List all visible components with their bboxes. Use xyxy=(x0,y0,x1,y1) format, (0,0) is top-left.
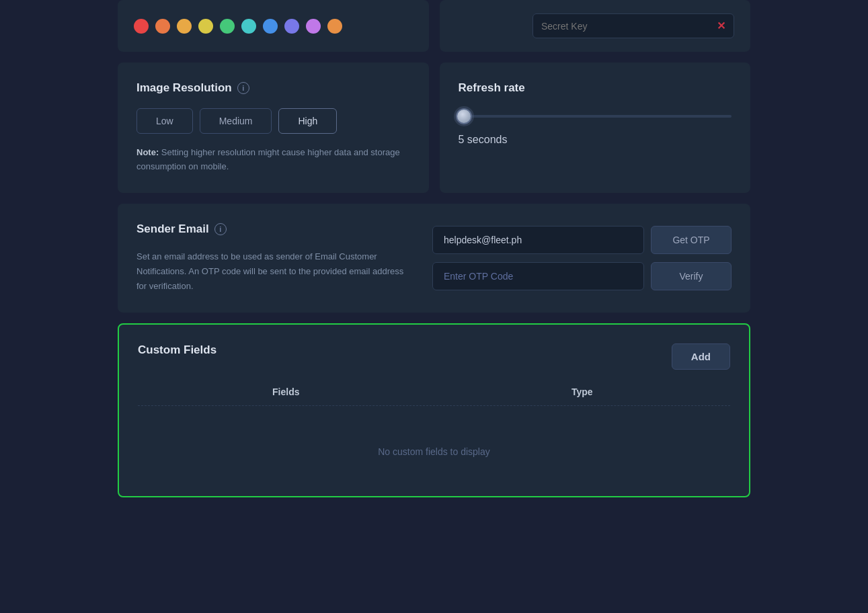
email-input-row: Get OTP xyxy=(432,226,732,254)
get-otp-button[interactable]: Get OTP xyxy=(651,226,732,254)
type-column-header: Type xyxy=(434,386,731,397)
slider-wrapper[interactable] xyxy=(459,108,732,124)
custom-fields-label: Custom Fields xyxy=(138,343,216,357)
resolution-low-button[interactable]: Low xyxy=(136,108,193,134)
refresh-rate-card: Refresh rate 5 seconds xyxy=(440,63,751,193)
color-dots-row xyxy=(134,13,342,38)
color-dot[interactable] xyxy=(198,19,213,34)
secret-key-input-wrapper[interactable]: ✕ xyxy=(532,13,734,38)
color-dot[interactable] xyxy=(220,19,235,34)
sender-email-label: Sender Email xyxy=(136,222,209,236)
color-dot[interactable] xyxy=(177,19,192,34)
resolution-note: Note: Setting higher resolution might ca… xyxy=(136,146,410,174)
custom-fields-header: Custom Fields Add xyxy=(138,343,730,370)
custom-fields-card: Custom Fields Add Fields Type No custom … xyxy=(118,323,750,497)
sender-email-info-icon[interactable]: i xyxy=(214,223,227,235)
refresh-rate-value: 5 seconds xyxy=(459,134,732,146)
clear-secret-key-icon[interactable]: ✕ xyxy=(717,19,725,32)
otp-code-input[interactable] xyxy=(432,262,644,290)
color-dot[interactable] xyxy=(155,19,170,34)
sender-email-description: Set an email address to be used as sende… xyxy=(136,249,405,294)
sender-email-card: Sender Email i Set an email address to b… xyxy=(118,204,750,313)
sender-email-right: Get OTP Verify xyxy=(432,222,732,294)
resolution-buttons-group: Low Medium High xyxy=(136,108,410,134)
fields-column-header: Fields xyxy=(138,386,434,397)
slider-thumb[interactable] xyxy=(456,108,472,124)
note-body: Setting higher resolution might cause hi… xyxy=(136,147,400,171)
color-dot[interactable] xyxy=(306,19,321,34)
image-resolution-title: Image Resolution i xyxy=(136,81,410,95)
color-dot[interactable] xyxy=(327,19,342,34)
custom-fields-empty-state: No custom fields to display xyxy=(138,406,730,477)
custom-fields-title: Custom Fields xyxy=(138,343,216,357)
refresh-rate-label: Refresh rate xyxy=(459,81,525,95)
sender-email-left: Sender Email i Set an email address to b… xyxy=(136,222,405,294)
resolution-high-button[interactable]: High xyxy=(278,108,337,134)
image-resolution-card: Image Resolution i Low Medium High Note:… xyxy=(118,63,429,193)
secret-key-input[interactable] xyxy=(541,21,711,32)
image-resolution-info-icon[interactable]: i xyxy=(237,82,249,94)
refresh-rate-slider-container: 5 seconds xyxy=(459,108,732,146)
add-custom-field-button[interactable]: Add xyxy=(672,343,730,370)
refresh-rate-title: Refresh rate xyxy=(459,81,732,95)
sender-email-title: Sender Email i xyxy=(136,222,405,236)
resolution-medium-button[interactable]: Medium xyxy=(200,108,272,134)
otp-input-row: Verify xyxy=(432,262,732,290)
color-dot[interactable] xyxy=(241,19,256,34)
email-address-input[interactable] xyxy=(432,226,644,254)
color-dot[interactable] xyxy=(263,19,278,34)
image-resolution-label: Image Resolution xyxy=(136,81,232,95)
custom-fields-table-header: Fields Type xyxy=(138,386,730,406)
note-label: Note: xyxy=(136,147,159,157)
secret-key-card: ✕ xyxy=(440,0,751,52)
color-dot[interactable] xyxy=(284,19,299,34)
color-dot[interactable] xyxy=(134,19,149,34)
slider-track xyxy=(459,115,732,118)
verify-button[interactable]: Verify xyxy=(651,262,732,290)
